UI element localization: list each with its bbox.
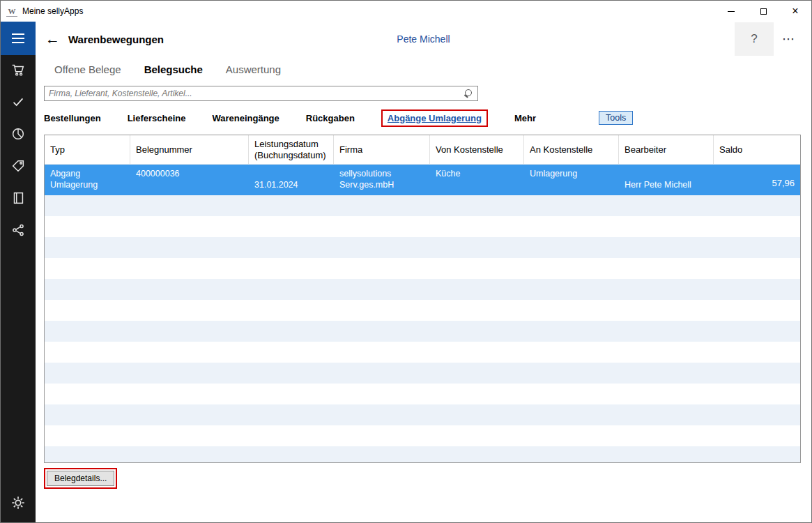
sidebar-spacer <box>1 248 36 490</box>
tools-button[interactable]: Tools <box>599 111 633 125</box>
page-header: ← Warenbewegungen Pete Michell ? ⋯ <box>36 22 811 56</box>
minimize-button[interactable] <box>715 1 747 22</box>
tag-icon <box>10 158 26 176</box>
filter-bestellungen[interactable]: Bestellungen <box>44 113 101 123</box>
book-icon <box>10 190 26 209</box>
tab-belegsuche[interactable]: Belegsuche <box>144 63 203 75</box>
table-header-row: Typ Belegnummer Leistungsdatum (Buchungs… <box>45 135 800 165</box>
app-window: W Meine sellyApps × <box>0 0 812 523</box>
tab-bar: Offene Belege Belegsuche Auswertung <box>36 56 811 75</box>
sidebar-item-share[interactable] <box>1 215 36 248</box>
maximize-button[interactable] <box>747 1 779 22</box>
filter-rueckgaben[interactable]: Rückgaben <box>306 113 355 123</box>
sidebar-item-reports[interactable] <box>1 119 36 151</box>
column-header-an-kostenstelle[interactable]: An Kostenstelle <box>524 135 619 164</box>
titlebar: W Meine sellyApps × <box>1 1 811 22</box>
hamburger-menu-button[interactable] <box>1 22 36 55</box>
help-button[interactable]: ? <box>735 22 774 56</box>
search-input[interactable] <box>45 87 463 100</box>
belegdetails-button[interactable]: Belegdetails... <box>47 471 114 486</box>
check-icon <box>10 94 26 112</box>
content-area: ← Warenbewegungen Pete Michell ? ⋯ Offen… <box>36 22 811 522</box>
sidebar-item-articles[interactable] <box>1 151 36 183</box>
settings-gear-icon <box>10 495 26 513</box>
sidebar-item-settings[interactable] <box>1 490 36 522</box>
column-header-von-kostenstelle[interactable]: Von Kostenstelle <box>430 135 524 164</box>
share-network-icon <box>10 222 26 241</box>
window-controls: × <box>715 1 811 22</box>
tab-offene-belege[interactable]: Offene Belege <box>54 63 121 75</box>
app-logo-icon: W <box>6 6 17 17</box>
column-header-saldo[interactable]: Saldo <box>714 135 800 164</box>
search-icon[interactable] <box>463 88 474 99</box>
cart-icon <box>10 62 26 80</box>
maximize-icon <box>760 8 767 15</box>
sidebar-item-journal[interactable] <box>1 183 36 215</box>
table-row-selected[interactable]: Abgang Umlagerung 400000036 31.01.2024 0… <box>45 165 800 195</box>
page-title: Warenbewegungen <box>68 33 164 45</box>
filter-lieferscheine[interactable]: Lieferscheine <box>128 113 186 123</box>
window-title: Meine sellyApps <box>22 6 83 16</box>
column-header-typ[interactable]: Typ <box>45 135 130 164</box>
minimize-icon <box>728 11 735 12</box>
search-box <box>44 86 478 101</box>
footer-row: Belegdetails... <box>44 468 803 489</box>
close-button[interactable]: × <box>779 1 811 22</box>
column-header-bearbeiter[interactable]: Bearbeiter <box>619 135 714 164</box>
table-empty-rows <box>45 195 800 462</box>
column-header-firma[interactable]: Firma <box>334 135 430 164</box>
filter-mehr[interactable]: Mehr <box>514 113 536 123</box>
filter-bar: Bestellungen Lieferscheine Wareneingänge… <box>44 107 803 128</box>
back-button[interactable]: ← <box>45 31 66 47</box>
sidebar-item-cart[interactable] <box>1 55 36 87</box>
tab-auswertung[interactable]: Auswertung <box>226 63 281 75</box>
sidebar-item-tasks[interactable] <box>1 87 36 119</box>
annotation-box-belegdetails: Belegdetails... <box>44 468 117 489</box>
close-icon: × <box>792 6 798 17</box>
pie-chart-icon <box>10 126 26 144</box>
filter-abgaenge-umlagerung[interactable]: Abgänge Umlagerung <box>388 113 482 123</box>
column-header-belegnummer[interactable]: Belegnummer <box>130 135 249 164</box>
annotation-box-abgaenge-umlagerung: Abgänge Umlagerung <box>381 109 488 127</box>
sidebar <box>1 22 36 522</box>
filter-wareneingaenge[interactable]: Wareneingänge <box>212 113 279 123</box>
search-row <box>44 86 803 101</box>
column-header-leistungsdatum[interactable]: Leistungsdatum (Buchungsdatum) <box>249 135 334 164</box>
hamburger-icon <box>12 33 24 35</box>
more-options-button[interactable]: ⋯ <box>774 22 804 56</box>
documents-table: Typ Belegnummer Leistungsdatum (Buchungs… <box>44 135 801 463</box>
